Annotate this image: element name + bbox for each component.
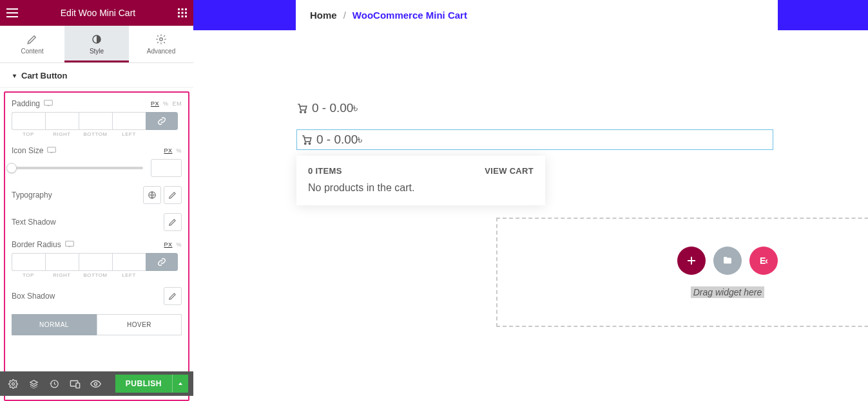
empty-section-dropzone[interactable]: E‹ Drag widget here [496,218,868,327]
cart-summary-text: 0 - 0.00৳ [316,133,362,147]
control-box-shadow: Box Shadow [12,287,182,305]
settings-icon[interactable] [3,371,23,396]
svg-rect-17 [75,383,79,388]
control-border-radius: Border Radius PX % [12,240,182,278]
panel-tabs: Content Style Advanced [0,26,193,63]
menu-icon[interactable] [6,8,18,17]
unit-px[interactable]: PX [164,147,172,154]
icon-size-slider[interactable] [12,167,143,169]
panel-header: Edit Woo Mini Cart [0,0,193,26]
mini-cart-widget-selected[interactable]: 0 - 0.00৳ [296,129,773,150]
cart-summary-text: 0 - 0.00৳ [312,101,358,115]
svg-rect-7 [182,15,184,17]
responsive-mode-icon[interactable] [64,371,85,396]
preview-icon[interactable] [85,371,106,396]
cart-icon [296,102,308,114]
tab-advanced[interactable]: Advanced [129,26,193,62]
box-shadow-label: Box Shadow [12,292,55,301]
mini-cart-instance-1[interactable]: 0 - 0.00৳ [296,101,868,115]
unit-pct[interactable]: % [176,147,182,154]
responsive-icon[interactable] [47,146,56,155]
svg-rect-12 [48,147,56,153]
side-bottom: BOTTOM [79,272,112,278]
view-cart-link[interactable]: VIEW CART [485,166,534,176]
icon-size-input[interactable] [151,159,182,177]
tab-content[interactable]: Content [0,26,64,62]
cart-empty-message: No products in the cart. [308,182,534,194]
state-tabs: NORMAL HOVER [12,314,182,335]
state-tab-hover[interactable]: HOVER [97,314,182,335]
tab-advanced-label: Advanced [147,48,175,55]
padding-bottom-input[interactable] [79,112,112,130]
tab-style[interactable]: Style [64,26,129,62]
text-shadow-label: Text Shadow [12,218,56,227]
padding-right-input[interactable] [45,112,79,130]
side-right: RIGHT [45,131,79,137]
unit-px[interactable]: PX [151,100,159,107]
svg-point-22 [309,143,310,144]
controls-highlight: Padding PX % EM [4,91,189,401]
typography-label: Typography [12,191,52,200]
panel-title: Edit Woo Mini Cart [18,8,178,18]
typography-global-button[interactable] [143,186,161,204]
typography-edit-button[interactable] [164,186,182,204]
apps-grid-icon[interactable] [178,8,187,17]
radius-right-input[interactable] [45,253,79,271]
box-shadow-edit-button[interactable] [164,287,182,305]
padding-top-input[interactable] [12,112,45,130]
control-typography: Typography [12,186,182,204]
side-top: TOP [12,272,45,278]
breadcrumb-current[interactable]: WooCommerce Mini Cart [352,10,467,21]
svg-rect-3 [178,12,180,14]
responsive-icon[interactable] [44,99,53,108]
svg-point-18 [94,382,97,385]
elementskit-button[interactable]: E‹ [749,247,778,275]
svg-rect-0 [178,8,180,10]
section-title: Cart Button [21,71,68,80]
add-template-button[interactable] [713,247,742,275]
history-icon[interactable] [44,371,64,396]
radius-bottom-input[interactable] [79,253,112,271]
side-bottom: BOTTOM [79,131,112,137]
radius-top-input[interactable] [12,253,45,271]
svg-point-20 [304,111,305,113]
svg-rect-5 [185,12,187,14]
padding-left-input[interactable] [112,112,146,130]
control-padding: Padding PX % EM [12,99,182,137]
publish-button[interactable]: PUBLISH [115,375,173,393]
svg-rect-2 [185,8,187,10]
unit-em[interactable]: EM [173,100,182,107]
preview-canvas: Home / WooCommerce Mini Cart 0 - 0.00৳ 0… [193,0,868,401]
svg-rect-4 [182,12,184,14]
mini-cart-dropdown: 0 ITEMS VIEW CART No products in the car… [296,156,545,205]
navigator-icon[interactable] [23,371,44,396]
tab-style-label: Style [90,48,104,55]
state-tab-normal[interactable]: NORMAL [12,314,97,335]
publish-button-group: PUBLISH [115,375,188,393]
unit-pct[interactable]: % [163,100,169,107]
breadcrumb-home[interactable]: Home [310,10,337,21]
publish-options-button[interactable] [173,375,188,393]
slider-thumb[interactable] [6,163,17,173]
panel-footer: PUBLISH [0,371,193,396]
unit-pct[interactable]: % [176,241,182,248]
tab-content-label: Content [21,48,43,55]
text-shadow-edit-button[interactable] [164,213,182,231]
svg-point-19 [300,111,302,113]
radius-left-input[interactable] [112,253,146,271]
header-accent-left [193,0,296,30]
responsive-icon[interactable] [65,240,74,249]
breadcrumb-sep: / [343,10,346,21]
link-values-button[interactable] [146,112,178,130]
side-top: TOP [12,131,45,137]
svg-point-21 [305,143,306,144]
svg-rect-6 [178,15,180,17]
section-cart-button[interactable]: ▾ Cart Button [0,63,193,88]
cart-item-count: 0 ITEMS [308,166,342,176]
breadcrumb: Home / WooCommerce Mini Cart [296,0,778,30]
svg-rect-8 [185,15,187,17]
add-section-button[interactable] [677,247,706,275]
unit-px[interactable]: PX [164,241,172,248]
padding-label: Padding [12,99,40,108]
link-values-button[interactable] [146,253,178,271]
